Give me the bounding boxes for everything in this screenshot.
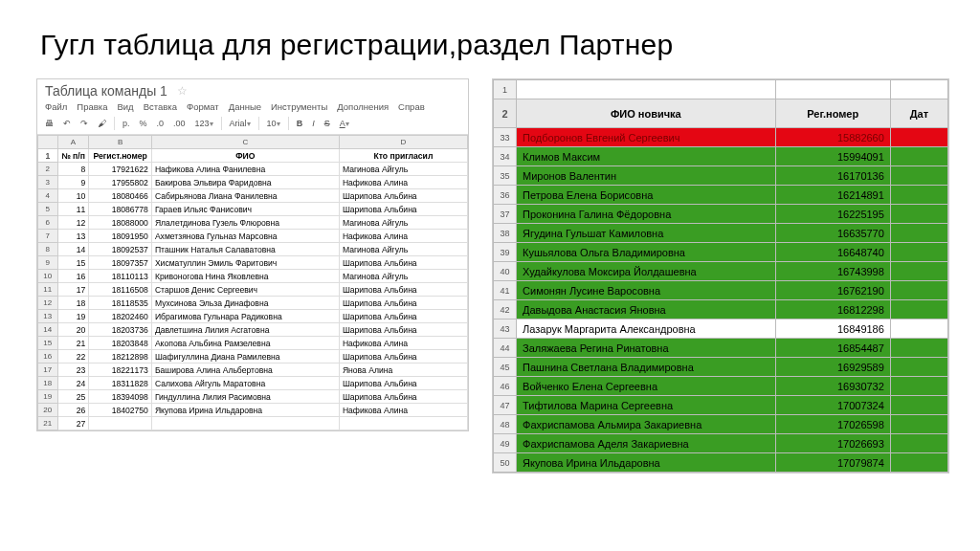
cell-date[interactable] <box>890 243 947 262</box>
cell-name[interactable]: Пашнина Светлана Владимировна <box>517 358 776 377</box>
row-number[interactable]: 13 <box>38 310 58 323</box>
cell-reg[interactable]: 18311828 <box>89 377 152 390</box>
cell-date[interactable] <box>890 320 947 339</box>
row-number[interactable]: 50 <box>494 453 517 473</box>
cell-who[interactable]: Нафикова Алина <box>339 337 467 350</box>
cell[interactable] <box>890 80 947 99</box>
row-number[interactable]: 44 <box>494 339 517 358</box>
cell-reg[interactable]: 18088000 <box>89 216 152 230</box>
cell-fio[interactable]: Гараев Ильяс Фанисович <box>151 203 339 216</box>
cell-who[interactable]: Шарипова Альбина <box>339 310 467 323</box>
cell-name[interactable]: Симонян Лусине Варосовна <box>517 281 776 300</box>
cell-reg[interactable]: 18097357 <box>89 256 152 270</box>
menu-edit[interactable]: Правка <box>77 101 107 112</box>
cell-reg[interactable]: 18110113 <box>89 270 152 283</box>
cell-who[interactable]: Магинова Айгуль <box>339 216 467 230</box>
cell-who[interactable]: Шарипова Альбина <box>339 203 467 216</box>
right-spreadsheet[interactable]: 12ФИО новичкаРег.номерДат33Подборонов Ев… <box>493 79 948 473</box>
row-number[interactable]: 35 <box>494 166 517 186</box>
text-color-icon[interactable]: A <box>338 119 351 128</box>
row-number[interactable]: 42 <box>494 300 517 320</box>
row-number[interactable]: 43 <box>494 320 517 339</box>
cell-num[interactable]: 10 <box>57 189 89 203</box>
cell-name[interactable]: Тифтилова Марина Сергеевна <box>517 396 776 415</box>
cell-num[interactable]: 23 <box>57 364 89 377</box>
row-number[interactable]: 6 <box>38 216 58 230</box>
cell-who[interactable]: Магинова Айгуль <box>339 163 467 176</box>
row-number[interactable]: 49 <box>494 434 517 453</box>
cell-date[interactable] <box>890 339 947 358</box>
cell-reg[interactable]: 18221173 <box>89 364 152 377</box>
format-currency[interactable]: р. <box>121 119 132 128</box>
menu-view[interactable]: Вид <box>117 101 133 112</box>
cell-fio[interactable]: Кривоногова Нина Яковлевна <box>151 270 339 283</box>
cell-who[interactable]: Нафикова Алина <box>339 404 467 417</box>
cell-who[interactable]: Шарипова Альбина <box>339 323 467 337</box>
cell-fio[interactable]: Давлетшина Лилия Асгатовна <box>151 323 339 337</box>
bold-icon[interactable]: B <box>295 119 305 128</box>
cell-reg[interactable]: 15994091 <box>775 147 890 166</box>
cell-who[interactable]: Шарипова Альбина <box>339 189 467 203</box>
row-number[interactable]: 38 <box>494 224 517 243</box>
cell-reg[interactable]: 16930732 <box>775 377 890 396</box>
cell-reg[interactable]: 16225195 <box>775 205 890 224</box>
format-decrease-decimal[interactable]: .0 <box>155 119 167 128</box>
cell-fio[interactable]: Старшов Денис Сергеевич <box>151 283 339 297</box>
row-number[interactable]: 7 <box>38 230 58 243</box>
cell-reg[interactable]: 18086778 <box>89 203 152 216</box>
row-number[interactable]: 45 <box>494 358 517 377</box>
cell-num[interactable]: 24 <box>57 377 89 390</box>
cell-date[interactable] <box>890 262 947 281</box>
cell-date[interactable] <box>890 128 947 147</box>
cell-name[interactable]: Кушьялова Ольга Владимировна <box>517 243 776 262</box>
row-number[interactable]: 16 <box>38 350 58 364</box>
row-number[interactable]: 39 <box>494 243 517 262</box>
menu-format[interactable]: Формат <box>187 101 219 112</box>
row-number[interactable]: 3 <box>38 176 58 189</box>
cell[interactable] <box>517 80 776 99</box>
cell-who[interactable]: Магинова Айгуль <box>339 243 467 256</box>
cell-reg[interactable]: 16214891 <box>775 186 890 205</box>
cell-num[interactable]: 11 <box>57 203 89 216</box>
print-icon[interactable]: 🖶 <box>43 119 56 128</box>
cell-reg[interactable]: 18402750 <box>89 404 152 417</box>
col-D[interactable]: D <box>339 136 467 149</box>
cell-fio[interactable]: Сабирьянова Лиана Фанилевна <box>151 189 339 203</box>
cell-reg[interactable]: 18394098 <box>89 390 152 404</box>
cell-fio[interactable]: Хисматуллин Эмиль Фаритович <box>151 256 339 270</box>
cell-fio[interactable]: Ибрагимова Гульнара Радиковна <box>151 310 339 323</box>
cell-who[interactable]: Магинова Айгуль <box>339 270 467 283</box>
cell-who[interactable]: Нафикова Алина <box>339 230 467 243</box>
cell-num[interactable]: 14 <box>57 243 89 256</box>
row-number[interactable]: 47 <box>494 396 517 415</box>
paint-format-icon[interactable]: 🖌 <box>96 119 108 128</box>
cell-fio[interactable]: Гиндуллина Лилия Расимовна <box>151 390 339 404</box>
row-number[interactable]: 2 <box>38 163 58 176</box>
row-number[interactable]: 15 <box>38 337 58 350</box>
cell-reg[interactable]: 16170136 <box>775 166 890 186</box>
cell-name[interactable]: Климов Максим <box>517 147 776 166</box>
row-number[interactable]: 8 <box>38 243 58 256</box>
row-number[interactable]: 21 <box>38 417 58 430</box>
undo-icon[interactable]: ↶ <box>61 119 73 128</box>
cell-num[interactable]: 17 <box>57 283 89 297</box>
row-number[interactable]: 1 <box>494 80 517 99</box>
cell-date[interactable] <box>890 166 947 186</box>
cell-name[interactable]: Войченко Елена Сергеевна <box>517 377 776 396</box>
cell-reg[interactable]: 17921622 <box>89 163 152 176</box>
cell-num[interactable]: 26 <box>57 404 89 417</box>
cell-date[interactable] <box>890 377 947 396</box>
cell-reg[interactable]: 17007324 <box>775 396 890 415</box>
row-number[interactable]: 17 <box>38 364 58 377</box>
cell-name[interactable]: Якупова Ирина Ильдаровна <box>517 453 776 473</box>
cell-reg[interactable]: 16635770 <box>775 224 890 243</box>
row-number[interactable]: 48 <box>494 415 517 434</box>
cell-who[interactable] <box>339 417 467 430</box>
menu-data[interactable]: Данные <box>229 101 261 112</box>
cell-name[interactable]: Фахриспамова Альмира Закариевна <box>517 415 776 434</box>
cell-num[interactable]: 8 <box>57 163 89 176</box>
cell-date[interactable] <box>890 205 947 224</box>
cell-name[interactable]: Проконина Галина Фёдоровна <box>517 205 776 224</box>
cell-who[interactable]: Шарипова Альбина <box>339 377 467 390</box>
cell-reg[interactable]: 18092537 <box>89 243 152 256</box>
